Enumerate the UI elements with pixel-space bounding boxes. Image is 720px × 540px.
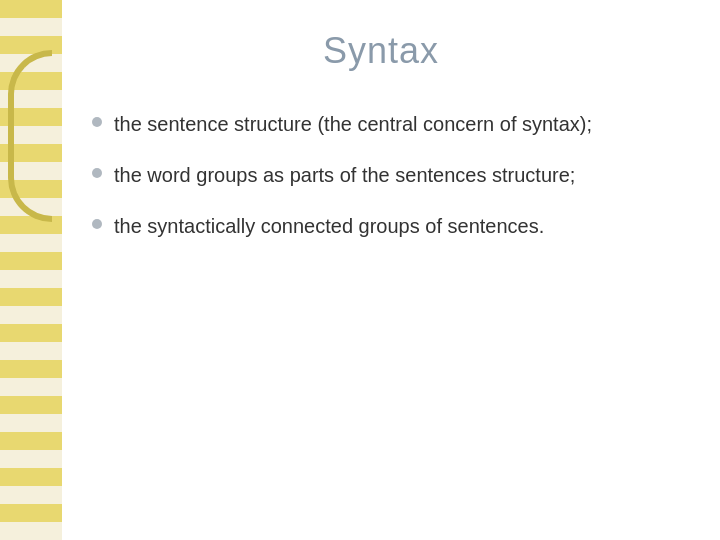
bullet-dot-2 xyxy=(92,168,102,178)
bullet-text-3: the syntactically connected groups of se… xyxy=(114,212,670,241)
left-decorative-border xyxy=(0,0,62,540)
main-content: Syntax the sentence structure (the centr… xyxy=(62,0,720,540)
bullet-item-3: the syntactically connected groups of se… xyxy=(92,212,670,241)
bullet-text-1: the sentence structure (the central conc… xyxy=(114,110,670,139)
bullet-dot-1 xyxy=(92,117,102,127)
bullet-item-2: the word groups as parts of the sentence… xyxy=(92,161,670,190)
bullet-dot-3 xyxy=(92,219,102,229)
bullet-text-2: the word groups as parts of the sentence… xyxy=(114,161,670,190)
left-border-pattern xyxy=(0,0,62,540)
bullet-list: the sentence structure (the central conc… xyxy=(92,110,670,241)
slide-container: Syntax the sentence structure (the centr… xyxy=(0,0,720,540)
slide-title: Syntax xyxy=(92,30,670,72)
bullet-item-1: the sentence structure (the central conc… xyxy=(92,110,670,139)
